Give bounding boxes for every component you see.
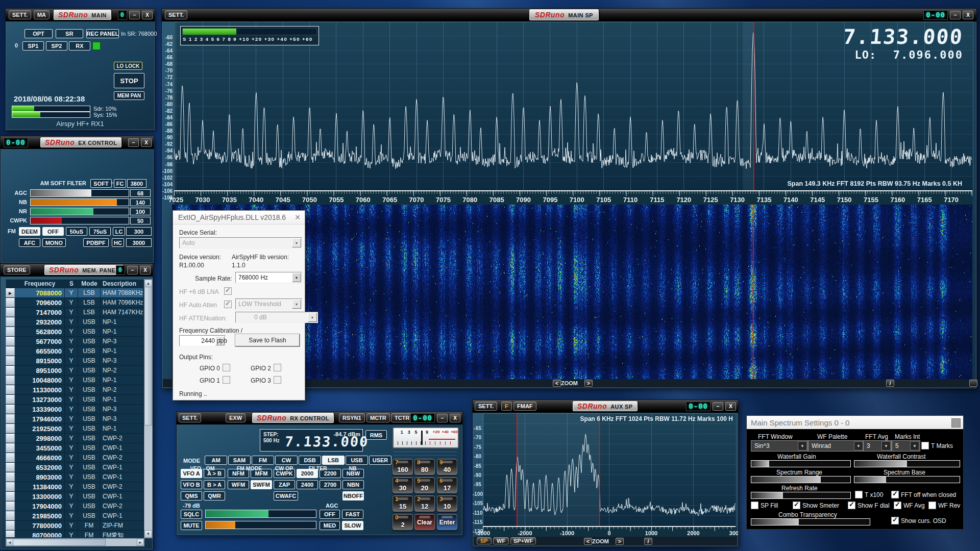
zoom-out-button[interactable]: < (553, 380, 561, 387)
enter-button[interactable]: Enter (437, 514, 457, 530)
close-icon[interactable]: X (725, 402, 736, 411)
show-smeter-checkbox[interactable] (793, 502, 800, 509)
close-icon[interactable]: ✕ (295, 213, 301, 221)
rsyn1-button[interactable]: RSYN1 (339, 413, 365, 422)
column-s[interactable]: S (65, 279, 78, 288)
sp-wf-view-button[interactable]: SP+WF (510, 537, 536, 544)
vertical-scrollbar[interactable]: ▲ ▼ (144, 279, 153, 538)
exw-button[interactable]: EXW (226, 413, 246, 422)
table-row[interactable]: 5677000YUSBNP-3 (6, 337, 143, 346)
store-button[interactable]: STORE (4, 265, 30, 274)
row-header-cell[interactable] (6, 511, 15, 520)
sample-rate-dropdown[interactable]: 768000 Hz▼ (235, 272, 302, 283)
minimize-icon[interactable]: – (713, 402, 723, 411)
key-8-button[interactable]: 880 (414, 459, 435, 475)
row-header-cell[interactable] (6, 463, 15, 472)
table-row[interactable]: 77800000YFMZIP-FM (6, 521, 143, 531)
spectrum-base-slider[interactable] (854, 476, 960, 483)
rec-panel-button[interactable]: REC PANEL (86, 29, 119, 38)
minimize-icon[interactable]: – (950, 11, 961, 19)
device-serial-dropdown[interactable]: Auto▼ (179, 237, 302, 248)
rx-button-cwafc[interactable]: CWAFC (274, 491, 298, 500)
off-button[interactable]: OFF (42, 227, 64, 236)
wf-rev-checkbox[interactable] (928, 502, 936, 509)
row-header-cell[interactable] (6, 492, 15, 501)
afc-button[interactable]: AFC (19, 238, 40, 247)
zoom-in-button[interactable]: > (584, 380, 593, 387)
rx-button-zap[interactable]: ZAP (274, 480, 295, 489)
gpio1-checkbox[interactable] (223, 376, 230, 384)
mode-button-user[interactable]: USER (369, 456, 391, 465)
column-frequency[interactable]: Frequency (15, 279, 65, 288)
row-header-cell[interactable] (6, 385, 15, 394)
threshold-dropdown[interactable]: LOW Threshold▼ (235, 298, 302, 310)
table-row[interactable]: 11330000YUSBNP-2 (6, 385, 143, 395)
show-f-dial-checkbox[interactable] (848, 502, 855, 509)
aux-spectrum-canvas[interactable] (483, 413, 736, 526)
volume-slider[interactable] (205, 521, 316, 529)
table-row[interactable]: 13273000YUSBNP-1 (6, 395, 143, 405)
table-row[interactable]: 17904000YUSBCWP-2 (6, 502, 143, 511)
mode-button-fm[interactable]: FM (252, 456, 274, 465)
show-curs-checkbox[interactable] (891, 517, 899, 524)
column-description[interactable]: Description (101, 279, 143, 288)
table-row[interactable]: 3455000YUSBCWP-1 (6, 443, 143, 453)
info-button[interactable]: i (644, 538, 652, 545)
info-button[interactable]: i (886, 380, 894, 387)
fmaf-button[interactable]: FMAF (513, 402, 536, 411)
gpio0-checkbox[interactable] (223, 364, 230, 371)
fft-avg-dropdown[interactable]: 3▼ (863, 440, 892, 452)
row-header-cell[interactable] (6, 366, 15, 375)
agc-off-button[interactable]: OFF (320, 510, 340, 519)
table-row[interactable]: 4666000YUSBCWP-2 (6, 453, 143, 463)
row-header-cell[interactable] (6, 405, 15, 414)
column-mode[interactable]: Mode (78, 279, 101, 288)
row-header-cell[interactable] (6, 434, 15, 443)
table-row[interactable]: 10048000YUSBNP-1 (6, 375, 143, 385)
table-row[interactable]: 80700000YFMFM愛知 (6, 531, 143, 537)
scroll-left-icon[interactable]: ◄ (6, 539, 13, 546)
close-icon[interactable]: X (141, 138, 152, 147)
scroll-down-icon[interactable]: ▼ (144, 530, 152, 538)
refresh-rate-slider[interactable] (751, 492, 851, 499)
corner-grip-icon[interactable] (969, 380, 977, 387)
rx-button-b-a[interactable]: B > A (204, 480, 225, 489)
t-x100-checkbox[interactable] (855, 491, 863, 498)
50us-button[interactable]: 50uS (66, 227, 87, 236)
key-5-button[interactable]: 520 (414, 477, 435, 493)
row-header-cell[interactable] (6, 327, 15, 336)
row-header-cell[interactable] (6, 298, 15, 307)
table-row[interactable]: 13300000YUSBCWP-1 (6, 492, 143, 502)
sqlc-button[interactable]: SQLC (181, 510, 202, 519)
slider-nb[interactable] (30, 198, 129, 206)
table-row[interactable]: 21925000YUSBNP-1 (6, 424, 143, 434)
tctr-button[interactable]: TCTR (391, 413, 413, 422)
key-3-button[interactable]: 310 (437, 495, 457, 512)
row-header-cell[interactable]: ► (6, 288, 15, 297)
75us-button[interactable]: 75uS (89, 227, 111, 236)
rx-button[interactable]: RX (69, 41, 90, 51)
rx-frequency-box[interactable]: STEP: 500 Hz 7.133.000 -84.7 dBm (260, 429, 363, 452)
slider-agc[interactable] (30, 189, 129, 197)
clear-button[interactable]: Clear (414, 514, 435, 530)
save-to-flash-button[interactable]: Save to Flash (235, 334, 300, 346)
scroll-up-icon[interactable]: ▲ (144, 280, 152, 287)
row-header-cell[interactable] (6, 531, 15, 537)
table-row[interactable]: 2998000YUSBCWP-2 (6, 434, 143, 443)
t-marks-checkbox[interactable] (921, 442, 929, 449)
main-sp-settings-button[interactable]: SETT. (165, 10, 187, 19)
rx-button-qms[interactable]: QMS (181, 491, 202, 500)
ma-button[interactable]: MA (34, 10, 50, 19)
mode-button-cw[interactable]: CW (275, 456, 298, 465)
mute-button[interactable]: MUTE (181, 521, 202, 530)
close-icon[interactable]: X (140, 266, 151, 274)
attenuation-dropdown[interactable]: 0 dB▼ (235, 312, 318, 323)
table-row[interactable]: ►7088000YLSBHAM 7088KHz (6, 288, 143, 298)
opt-button[interactable]: OPT (24, 29, 53, 38)
agc-fast-button[interactable]: FAST (342, 510, 363, 519)
settings-titlebar-button[interactable] (951, 418, 961, 428)
row-header-cell[interactable] (6, 453, 15, 462)
sp2-button[interactable]: SP2 (46, 41, 67, 51)
pdbpf-button[interactable]: PDBPF (83, 238, 109, 247)
wf-palette-dropdown[interactable]: Winrad▼ (808, 440, 864, 452)
